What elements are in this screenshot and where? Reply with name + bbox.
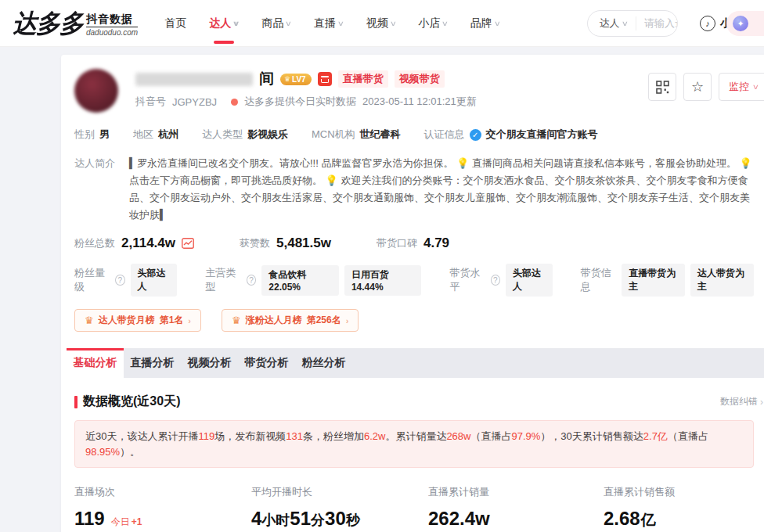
nav-item-home[interactable]: 首页 (164, 10, 186, 37)
chevron-down-icon: ∨ (752, 83, 759, 91)
metric-avg-live-duration: 平均开播时长 4小时 51分 30秒 (251, 485, 428, 532)
qr-code-button[interactable] (648, 73, 676, 101)
question-icon[interactable]: ? (247, 275, 257, 286)
category-tag: 食品饮料 22.05% (261, 265, 339, 296)
metric-live-total-sales: 直播累计销量 262.4w 场均销量 2.2w 日均销量 8.7w (428, 485, 604, 532)
redacted-name-block (135, 73, 253, 86)
profile-info-row: 性别男 地区杭州 达人类型影视娱乐 MCN机构世纪睿科 认证信息✓交个朋友直播间… (74, 128, 754, 142)
search-input[interactable] (636, 17, 678, 29)
mini-program-icon: ♪ (700, 16, 715, 31)
promo-icon: ✦ (733, 16, 748, 31)
question-icon[interactable]: ? (491, 275, 500, 286)
creator-bio: 达人简介 ▍罗永浩直播间已改名交个朋友。请放心!!! 品牌监督官罗永浩为你担保。… (74, 155, 754, 224)
summary-box: 近30天，该达人累计开播119场，发布新视频131条，粉丝增加6.2w。累计销量… (74, 420, 754, 468)
douyin-id-label: 抖音号 (135, 95, 166, 109)
overview-section: 数据概览(近30天) 数据纠错 › 近30天，该达人累计开播119场，发布新视频… (61, 378, 764, 532)
nav-item-shop[interactable]: 小店∨ (418, 10, 448, 37)
tab-video-analysis[interactable]: 视频分析 (181, 348, 238, 378)
main-nav: 首页 达人∨ 商品∨ 直播∨ 视频∨ 小店∨ 品牌∨ (164, 10, 499, 37)
updated-timestamp: 2023-05-11 12:01:21更新 (362, 95, 477, 109)
crown-icon: ♛ (284, 75, 290, 83)
sales-info-tag: 达人带货为主 (690, 264, 754, 297)
douyin-id: JGPYZBJ (172, 96, 217, 108)
star-icon: ☆ (691, 80, 704, 94)
live-sales-badge: 直播带货 (338, 70, 388, 88)
sales-info-tag: 直播带货为主 (622, 264, 685, 297)
favorite-button[interactable]: ☆ (683, 73, 712, 101)
chevron-down-icon: ∨ (232, 20, 240, 27)
question-icon[interactable]: ? (115, 275, 124, 286)
follower-growth-rank-badge[interactable]: ♛ 涨粉达人月榜 第256名 › (222, 309, 359, 332)
region-field: 地区杭州 (133, 128, 178, 142)
level-badge: ♛LV7 (280, 74, 312, 85)
verified-icon: ✓ (470, 129, 481, 141)
analysis-tabbar: 基础分析 直播分析 视频分析 带货分析 粉丝分析 (67, 348, 764, 378)
nav-item-live[interactable]: 直播∨ (314, 10, 344, 37)
promo-pill[interactable]: ✦ (726, 11, 764, 36)
search-category-select[interactable]: 达人 ∨ (588, 16, 636, 31)
chevron-down-icon: ∨ (337, 20, 344, 27)
chevron-down-icon: ∨ (622, 20, 629, 27)
trend-chart-icon[interactable] (182, 238, 194, 249)
section-accent-bar (74, 396, 77, 408)
metric-live-sessions: 直播场次 119今日+1 (74, 485, 251, 532)
tag-groups-row: 粉丝量级 ? 头部达人 主营类型 ? 食品饮料 22.05% 日用百货 14.4… (74, 264, 754, 297)
category-tag: 日用百货 14.44% (344, 265, 422, 296)
creator-name: 间 (259, 69, 274, 89)
sales-info-group: 带货信息 直播带货为主 达人带货为主 (581, 264, 754, 297)
metrics-grid: 直播场次 119今日+1 平均开播时长 4小时 51分 30秒 直播累计销量 2… (74, 485, 754, 532)
bio-text: ▍罗永浩直播间已改名交个朋友。请放心!!! 品牌监督官罗永浩为你担保。 💡 直播… (129, 155, 754, 224)
nav-item-brand[interactable]: 品牌∨ (470, 10, 500, 37)
followers-stat: 粉丝总数 2,114.4w (74, 235, 194, 251)
search-bar: 达人 ∨ (587, 10, 678, 37)
monitor-button[interactable]: 监控 ∨ (719, 73, 764, 101)
nav-item-product[interactable]: 商品∨ (261, 10, 291, 37)
qr-code-icon (656, 81, 669, 94)
brand-subtitle: 抖音数据 (86, 13, 138, 25)
fan-level-tag: 头部达人 (131, 264, 178, 297)
arrow-right-icon: › (346, 316, 349, 325)
rank-badges-row: ♛ 达人带货月榜 第1名 › ♛ 涨粉达人月榜 第256名 › (74, 309, 754, 332)
creator-profile-card: 间 ♛LV7 直播带货 视频带货 抖音号 JGPYZBJ 达多多提供今日实时数据… (61, 55, 764, 532)
nav-item-creator[interactable]: 达人∨ (209, 10, 239, 37)
top-nav-bar: 达多多 抖音数据 daduoduo.com 首页 达人∨ 商品∨ 直播∨ 视频∨… (0, 0, 764, 47)
tab-basic-analysis[interactable]: 基础分析 (67, 348, 124, 378)
brand-name: 达多多 (13, 5, 83, 40)
arrow-right-icon: › (760, 397, 763, 408)
data-correction-link[interactable]: 数据纠错 › (720, 395, 763, 408)
section-title: 数据概览(近30天) (83, 394, 180, 410)
chevron-down-icon: ∨ (441, 20, 449, 27)
chevron-down-icon: ∨ (285, 20, 292, 27)
avatar (74, 69, 118, 113)
tab-sales-analysis[interactable]: 带货分析 (238, 348, 295, 378)
main-category-group: 主营类型 ? 食品饮料 22.05% 日用百货 14.44% (205, 265, 421, 296)
sales-level-tag: 头部达人 (506, 264, 553, 297)
verification-field: 认证信息✓交个朋友直播间官方账号 (424, 128, 598, 142)
tab-fans-analysis[interactable]: 粉丝分析 (295, 348, 352, 378)
creator-type-field: 达人类型影视娱乐 (202, 128, 288, 142)
arrow-right-icon: › (188, 316, 191, 325)
shop-icon (318, 72, 332, 86)
mcn-field: MCN机构世纪睿科 (312, 128, 401, 142)
brand-domain: daduoduo.com (86, 27, 138, 38)
video-sales-badge: 视频带货 (395, 70, 445, 88)
bio-label: 达人简介 (74, 155, 123, 224)
stats-row: 粉丝总数 2,114.4w 获赞数 5,481.5w 带货口碑 4.79 (74, 235, 754, 251)
sales-level-group: 带货水平 ? 头部达人 (449, 264, 552, 297)
crown-icon: ♛ (232, 315, 241, 325)
chevron-down-icon: ∨ (494, 20, 501, 27)
nav-item-video[interactable]: 视频∨ (366, 10, 396, 37)
gender-field: 性别男 (74, 128, 110, 142)
realtime-dot-icon (231, 99, 238, 106)
sales-rank-badge[interactable]: ♛ 达人带货月榜 第1名 › (74, 309, 201, 332)
reputation-stat: 带货口碑 4.79 (377, 235, 449, 251)
chevron-down-icon: ∨ (389, 20, 396, 27)
realtime-note: 达多多提供今日实时数据 (244, 95, 356, 109)
likes-stat: 获赞数 5,481.5w (240, 235, 331, 251)
fan-level-group: 粉丝量级 ? 头部达人 (74, 264, 177, 297)
metric-live-total-gmv: 直播累计销售额 2.68亿 场均销售额 224.9w 日均销售额 892w (604, 485, 754, 532)
crown-icon: ♛ (85, 315, 94, 325)
tab-live-analysis[interactable]: 直播分析 (124, 348, 181, 378)
brand-logo[interactable]: 达多多 抖音数据 daduoduo.com (13, 7, 138, 40)
